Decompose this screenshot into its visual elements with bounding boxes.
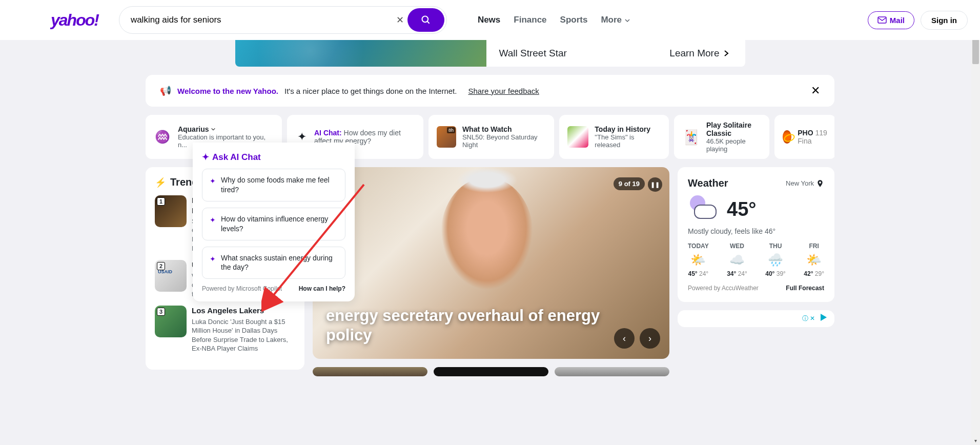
ad-label[interactable]: ⓘ ✕: [678, 310, 834, 327]
solitaire-sub: 46.5K people playing: [706, 137, 761, 153]
ad-text: Wall Street Star: [486, 48, 655, 59]
chat-suggestion[interactable]: ✦What snacks sustain energy during the d…: [202, 247, 345, 279]
adchoices-icon[interactable]: ⓘ ✕: [802, 314, 815, 323]
chat-suggestion[interactable]: ✦How do vitamins influence energy levels…: [202, 208, 345, 240]
weather-icon: 🌤️: [688, 253, 709, 267]
chevron-down-icon[interactable]: [211, 127, 216, 132]
solitaire-card[interactable]: 🃏 Play Solitaire Classic 46.5K people pl…: [674, 115, 769, 159]
substory[interactable]: [434, 367, 548, 376]
trending-item-title[interactable]: Los Angeles Lakers: [192, 306, 295, 316]
signin-button[interactable]: Sign in: [921, 11, 968, 30]
feedback-link[interactable]: Share your feedback: [468, 87, 539, 95]
forecast-day[interactable]: WED☁️ 34° 24°: [727, 242, 747, 277]
hero-prev-button[interactable]: ‹: [614, 328, 635, 349]
chat-suggestion[interactable]: ✦Why do some foods make me feel tired?: [202, 169, 345, 201]
chevron-right-icon: [723, 50, 730, 57]
hero-next-button[interactable]: ›: [640, 328, 660, 349]
substory[interactable]: [313, 367, 427, 376]
ad-cta[interactable]: Learn More: [654, 48, 745, 59]
welcome-title: Welcome to the new Yahoo.: [177, 87, 278, 95]
welcome-body: It's a nicer place to get things done on…: [284, 87, 457, 95]
clear-search-button[interactable]: ✕: [393, 13, 407, 27]
nav-news[interactable]: News: [478, 15, 500, 25]
ad-triangle-icon: [821, 314, 827, 321]
nav-more[interactable]: More: [601, 15, 630, 25]
nav-sports[interactable]: Sports: [560, 15, 588, 25]
aquarius-icon: ♒: [154, 128, 172, 146]
forecast-day[interactable]: TODAY🌤️ 45° 24°: [688, 242, 709, 277]
welcome-bar: 📢 Welcome to the new Yahoo. It's a nicer…: [146, 75, 834, 107]
weather-attribution: Powered by AccuWeather: [688, 285, 759, 292]
hero-story[interactable]: 9 of 19 ❚❚ energy secretary overhaul of …: [313, 167, 669, 359]
weather-panel: Weather New York 45° Mostly cloudy, feel…: [678, 167, 834, 302]
trending-thumb: 3: [155, 306, 187, 337]
hero-pause-button[interactable]: ❚❚: [648, 177, 662, 192]
main-nav: News Finance Sports More: [478, 15, 630, 25]
trending-item-desc: Luka Doncic 'Just Bought a $15 Million H…: [192, 317, 295, 353]
hero-title: energy secretary overhaul of energy poli…: [326, 306, 608, 346]
search-icon: [421, 15, 431, 25]
mail-icon: [877, 16, 887, 24]
aichat-popup: ✦ Ask AI Chat ✦Why do some foods make me…: [193, 143, 355, 301]
hero-image: [441, 177, 533, 290]
powered-by-text: Powered by Microsoft Copilot: [202, 285, 282, 292]
how-can-i-help-link[interactable]: How can I help?: [299, 285, 345, 292]
sparkle-icon: ✦: [210, 215, 216, 234]
hero-substories: [313, 367, 669, 376]
history-card[interactable]: Today in History "The Sims" is released: [559, 115, 669, 159]
ad-image: [235, 40, 486, 67]
watch-title: What to Watch: [462, 125, 546, 133]
history-thumb: [567, 126, 588, 148]
weather-temp: 45°: [727, 198, 756, 220]
ad-banner[interactable]: Wall Street Star Learn More: [235, 40, 745, 67]
forecast-day[interactable]: FRI🌤️ 42° 29°: [804, 242, 824, 277]
close-welcome-button[interactable]: ✕: [811, 84, 820, 97]
solitaire-title: Play Solitaire Classic: [706, 121, 761, 137]
header-actions: Mail Sign in: [868, 11, 968, 30]
aichat-popup-title: ✦ Ask AI Chat: [202, 152, 345, 163]
megaphone-icon: 📢: [160, 85, 171, 96]
svg-point-0: [422, 16, 428, 23]
horoscope-title: Aquarius: [178, 125, 274, 133]
history-sub: "The Sims" is released: [595, 133, 661, 149]
forecast-row: TODAY🌤️ 45° 24° WED☁️ 34° 24° THU🌧️ 40° …: [688, 242, 824, 277]
location-icon: [816, 179, 824, 188]
cards-icon: 🃏: [682, 129, 700, 146]
search-container: ✕: [119, 6, 447, 34]
mail-button[interactable]: Mail: [868, 11, 914, 29]
forecast-day[interactable]: THU🌧️ 40° 39°: [765, 242, 786, 277]
trending-item[interactable]: 3 Los Angeles Lakers Luka Doncic 'Just B…: [155, 306, 295, 353]
trending-thumb: 2: [155, 260, 187, 292]
yahoo-logo[interactable]: yahoo!: [51, 11, 98, 30]
search-button[interactable]: [407, 8, 444, 32]
weather-condition: Mostly cloudy, feels like 46°: [688, 227, 824, 235]
weather-icon: 🌧️: [765, 253, 786, 267]
bolt-icon: ⚡: [155, 177, 166, 188]
full-forecast-link[interactable]: Full Forecast: [786, 285, 824, 292]
suns-logo-icon: [783, 130, 791, 144]
watch-sub: SNL50: Beyond Saturday Night: [462, 133, 546, 149]
weather-title: Weather: [688, 177, 728, 189]
nav-finance[interactable]: Finance: [514, 15, 546, 25]
sports-card[interactable]: PHO 119 Fina: [774, 115, 834, 159]
right-column: Weather New York 45° Mostly cloudy, feel…: [678, 167, 834, 327]
header: yahoo! ✕ News Finance Sports More Mail S…: [0, 0, 980, 40]
weather-icon: ☁️: [727, 253, 747, 267]
weather-icon: 🌤️: [804, 253, 824, 267]
watch-card[interactable]: What to Watch SNL50: Beyond Saturday Nig…: [428, 115, 554, 159]
search-input[interactable]: [131, 15, 393, 25]
scrollbar[interactable]: ▴ ▾: [971, 0, 980, 376]
history-title: Today in History: [595, 125, 661, 133]
svg-rect-2: [878, 17, 886, 23]
hero-counter: 9 of 19: [614, 177, 645, 190]
weather-location[interactable]: New York: [786, 179, 824, 188]
sparkle-icon: ✦: [210, 254, 216, 273]
watch-thumb: [437, 126, 456, 148]
trending-thumb: 1: [155, 195, 187, 227]
hero-panel: 9 of 19 ❚❚ energy secretary overhaul of …: [313, 167, 669, 376]
svg-line-1: [427, 22, 429, 24]
sparkle-icon: ✦: [202, 152, 209, 163]
substory[interactable]: [555, 367, 669, 376]
chevron-down-icon: [624, 17, 630, 24]
sparkle-icon: ✦: [210, 176, 216, 195]
